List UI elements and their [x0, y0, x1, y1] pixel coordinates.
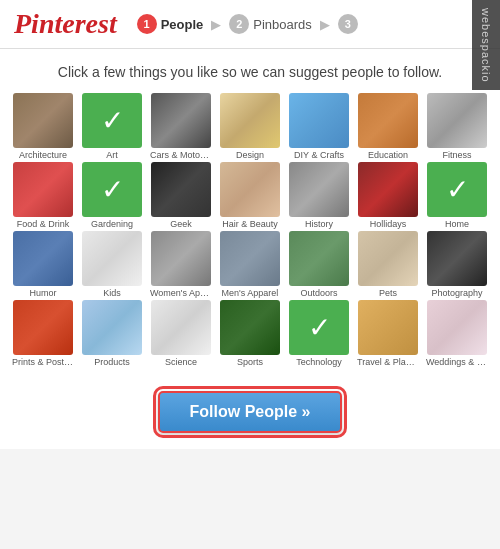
step-2-circle: 2 [229, 14, 249, 34]
check-overlay-home: ✓ [429, 164, 485, 215]
category-item-fitness[interactable]: Fitness [424, 93, 490, 160]
category-item-pets[interactable]: Pets [355, 231, 421, 298]
category-item-products[interactable]: Products [79, 300, 145, 367]
category-thumb-outdoors [289, 231, 349, 286]
category-item-architecture[interactable]: Architecture [10, 93, 76, 160]
follow-people-button[interactable]: Follow People » [158, 391, 343, 433]
category-label-travel: Travel & Places [357, 357, 419, 367]
category-item-gardening[interactable]: ✓Gardening [79, 162, 145, 229]
category-thumb-science [151, 300, 211, 355]
category-item-home[interactable]: ✓Home [424, 162, 490, 229]
category-label-holidays: Hollidays [357, 219, 419, 229]
category-label-prints: Prints & Posters [12, 357, 74, 367]
category-label-cars: Cars & Motorcycles [150, 150, 212, 160]
category-thumb-womens [151, 231, 211, 286]
steps: 1 People ▶ 2 Pinboards ▶ 3 [137, 14, 358, 34]
category-thumb-architecture [13, 93, 73, 148]
category-thumb-products [82, 300, 142, 355]
category-label-womens: Women's Apparel [150, 288, 212, 298]
category-label-hair: Hair & Beauty [219, 219, 281, 229]
category-item-travel[interactable]: Travel & Places [355, 300, 421, 367]
category-item-sports[interactable]: Sports [217, 300, 283, 367]
category-thumb-fitness [427, 93, 487, 148]
category-label-fitness: Fitness [426, 150, 488, 160]
category-label-pets: Pets [357, 288, 419, 298]
category-item-geek[interactable]: Geek [148, 162, 214, 229]
category-label-science: Science [150, 357, 212, 367]
category-item-mens[interactable]: Men's Apparel [217, 231, 283, 298]
check-overlay-gardening: ✓ [84, 164, 140, 215]
category-thumb-prints [13, 300, 73, 355]
watermark: webespackio [472, 0, 500, 90]
category-thumb-design [220, 93, 280, 148]
step-3-circle: 3 [338, 14, 358, 34]
category-label-history: History [288, 219, 350, 229]
category-thumb-weddings [427, 300, 487, 355]
category-label-outdoors: Outdoors [288, 288, 350, 298]
category-item-education[interactable]: Education [355, 93, 421, 160]
step-1-circle: 1 [137, 14, 157, 34]
category-label-education: Education [357, 150, 419, 160]
category-item-outdoors[interactable]: Outdoors [286, 231, 352, 298]
category-item-photography[interactable]: Photography [424, 231, 490, 298]
category-thumb-history [289, 162, 349, 217]
category-label-diy: DIY & Crafts [288, 150, 350, 160]
category-thumb-geek [151, 162, 211, 217]
check-overlay-technology: ✓ [291, 302, 347, 353]
category-label-kids: Kids [81, 288, 143, 298]
categories-grid: Architecture✓ArtCars & MotorcyclesDesign… [0, 93, 500, 377]
category-item-diy[interactable]: DIY & Crafts [286, 93, 352, 160]
step-1-label: People [161, 17, 204, 32]
category-thumb-kids [82, 231, 142, 286]
category-thumb-hair [220, 162, 280, 217]
category-item-hair[interactable]: Hair & Beauty [217, 162, 283, 229]
category-thumb-sports [220, 300, 280, 355]
category-item-history[interactable]: History [286, 162, 352, 229]
instruction-text: Click a few things you like so we can su… [0, 49, 500, 93]
category-label-gardening: Gardening [81, 219, 143, 229]
category-label-mens: Men's Apparel [219, 288, 281, 298]
category-label-technology: Technology [288, 357, 350, 367]
category-item-humor[interactable]: Humor [10, 231, 76, 298]
page-wrapper: webespackio Pinterest 1 People ▶ 2 Pinbo… [0, 0, 500, 449]
category-item-design[interactable]: Design [217, 93, 283, 160]
category-label-architecture: Architecture [12, 150, 74, 160]
category-item-womens[interactable]: Women's Apparel [148, 231, 214, 298]
category-label-products: Products [81, 357, 143, 367]
category-item-food[interactable]: Food & Drink [10, 162, 76, 229]
logo: Pinterest [14, 8, 117, 40]
category-item-holidays[interactable]: Hollidays [355, 162, 421, 229]
category-item-science[interactable]: Science [148, 300, 214, 367]
category-thumb-diy [289, 93, 349, 148]
category-label-weddings: Weddings & Ever [426, 357, 488, 367]
category-thumb-gardening: ✓ [82, 162, 142, 217]
category-item-kids[interactable]: Kids [79, 231, 145, 298]
category-item-cars[interactable]: Cars & Motorcycles [148, 93, 214, 160]
category-item-technology[interactable]: ✓Technology [286, 300, 352, 367]
category-thumb-mens [220, 231, 280, 286]
category-thumb-humor [13, 231, 73, 286]
category-label-design: Design [219, 150, 281, 160]
step-3: 3 [338, 14, 358, 34]
step-arrow-1: ▶ [211, 17, 221, 32]
category-label-art: Art [81, 150, 143, 160]
category-thumb-pets [358, 231, 418, 286]
category-thumb-education [358, 93, 418, 148]
step-2: 2 Pinboards [229, 14, 312, 34]
category-label-food: Food & Drink [12, 219, 74, 229]
step-2-label: Pinboards [253, 17, 312, 32]
category-label-home: Home [426, 219, 488, 229]
category-item-weddings[interactable]: Weddings & Ever [424, 300, 490, 367]
check-overlay-art: ✓ [84, 95, 140, 146]
category-thumb-cars [151, 93, 211, 148]
category-thumb-travel [358, 300, 418, 355]
category-thumb-food [13, 162, 73, 217]
category-label-geek: Geek [150, 219, 212, 229]
category-label-sports: Sports [219, 357, 281, 367]
category-thumb-home: ✓ [427, 162, 487, 217]
category-thumb-technology: ✓ [289, 300, 349, 355]
header: Pinterest 1 People ▶ 2 Pinboards ▶ 3 [0, 0, 500, 49]
category-thumb-art: ✓ [82, 93, 142, 148]
category-item-prints[interactable]: Prints & Posters [10, 300, 76, 367]
category-item-art[interactable]: ✓Art [79, 93, 145, 160]
